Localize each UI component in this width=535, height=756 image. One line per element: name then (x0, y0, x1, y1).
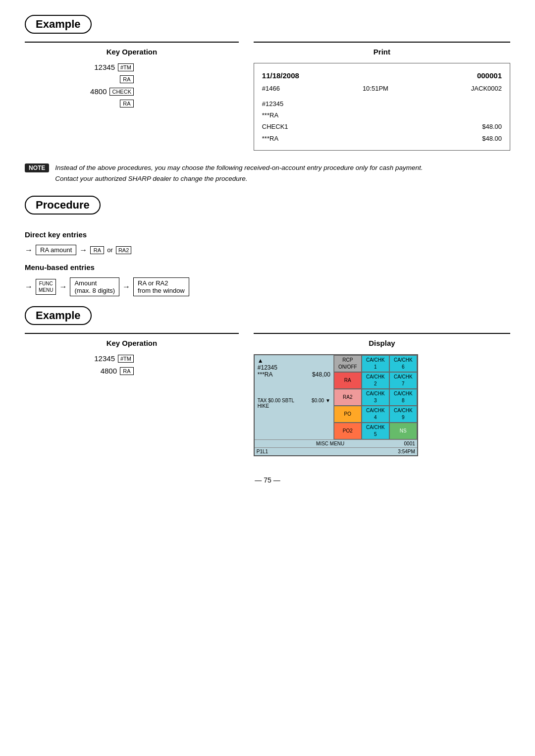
display-panel: ▲ #12345 ***RA $48,00 TAX $0.00 SBTL $0.… (254, 354, 418, 456)
amount-box: Amount(max. 8 digits) (70, 277, 119, 296)
key-op-row-4: RA (25, 100, 134, 108)
receipt-line1: #12345 (262, 98, 502, 109)
display-line2: #12345 (258, 364, 330, 371)
key-box2-ra: RA (120, 367, 134, 375)
receipt-header: 11/18/2008 000001 (262, 69, 502, 82)
key-op2-label: Key Operation (25, 339, 239, 347)
display-cell-ca2: CA/CHK2 (362, 372, 389, 389)
flow-arrow-1: → (25, 246, 33, 255)
receipt-cashier: JACK0002 (471, 83, 502, 94)
note-text-2: Contact your authorized SHARP dealer to … (55, 173, 423, 184)
display-time: 3:54PM (398, 449, 415, 454)
display-tax-line: TAX $0.00 SBTL $0.00 ▼ (258, 398, 330, 403)
display-left: ▲ #12345 ***RA $48,00 TAX $0.00 SBTL $0.… (255, 355, 334, 439)
key-box2-tm: #TM (118, 355, 134, 363)
display-cell-ca5: CA/CHK5 (362, 423, 389, 439)
example2-header: Example (25, 306, 92, 325)
func-menu-key: FUNCMENU (36, 279, 56, 295)
display-bottom-bar: P1L1 3:54PM (255, 447, 417, 455)
key-op-num-1: 12345 (94, 63, 115, 71)
print-receipt: 11/18/2008 000001 #1466 10:51PM JACK0002… (254, 63, 510, 151)
display-label: Display (254, 339, 510, 347)
print-col: Print 11/18/2008 000001 #1466 10:51PM JA… (254, 42, 510, 151)
display-status-bar: MISC MENU 0001 (255, 439, 417, 447)
display-cell-ca6: CA/CHK6 (389, 355, 417, 372)
menu-flow: → FUNCMENU → Amount(max. 8 digits) → RA … (25, 277, 510, 296)
display-cell-ca8: CA/CHK8 (389, 389, 417, 406)
key-box-ra2: RA (120, 100, 134, 108)
note-badge: NOTE (25, 163, 49, 172)
display-cell-ra2: RA2 (334, 389, 362, 406)
display-cell-ca1: CA/CHK1 (362, 355, 389, 372)
receipt-line2: ***RA (262, 109, 502, 121)
menu-arrow-2: → (59, 282, 67, 291)
display-cell-ca9: CA/CHK9 (389, 406, 417, 423)
display-cell-ca3: CA/CHK3 (362, 389, 389, 406)
ra-amount-box: RA amount (36, 245, 76, 255)
key-op2-col: Key Operation 12345 #TM 4800 RA (25, 333, 239, 456)
direct-flow: → RA amount → RA or RA2 (25, 245, 510, 255)
display-cell-po2: PO2 (334, 423, 362, 439)
ra-window-box: RA or RA2from the window (133, 277, 189, 296)
key-box-check: CHECK (109, 88, 134, 96)
receipt-ref: #1466 (262, 83, 280, 94)
display-cell-po: PO (334, 406, 362, 423)
receipt-date: 11/18/2008 (262, 69, 299, 82)
display-p1l1: P1L1 (257, 449, 268, 454)
display-inner: ▲ #12345 ***RA $48,00 TAX $0.00 SBTL $0.… (255, 355, 417, 439)
key-op2-row-1: 12345 #TM (25, 354, 134, 363)
display-cell-ca7: CA/CHK7 (389, 372, 417, 389)
receipt-line3: CHECK1 $48.00 (262, 121, 502, 132)
display-spacer (258, 378, 330, 398)
example1-section: Example Key Operation 12345 #TM RA 4800 … (25, 15, 510, 151)
key-op2-num-2: 4800 (101, 367, 117, 375)
key-op2-num-1: 12345 (94, 354, 115, 363)
note-text-1: Instead of the above procedures, you may… (55, 162, 423, 173)
display-hike: HIKE (258, 403, 330, 409)
display-status3: 0001 (404, 441, 415, 446)
display-cell-ca4: CA/CHK4 (362, 406, 389, 423)
example2-section: Example Key Operation 12345 #TM 4800 RA … (25, 306, 510, 456)
receipt-items: #12345 ***RA CHECK1 $48.00 ***RA $48.00 (262, 98, 502, 145)
flow-or: or (107, 246, 113, 254)
receipt-sub: #1466 10:51PM JACK0002 (262, 83, 502, 94)
key-box-tm: #TM (118, 63, 134, 71)
display-cell-ns: NS (389, 423, 417, 439)
menu-arrow-1: → (25, 282, 33, 291)
menu-heading: Menu-based entries (25, 263, 510, 271)
key-op-row-2: RA (25, 75, 134, 83)
page-number: — 75 — (25, 476, 510, 484)
key-op2-row-2: 4800 RA (25, 367, 134, 375)
flow-arrow-2: → (79, 246, 87, 255)
receipt-time: 10:51PM (363, 83, 388, 94)
display-cell-rcp: RCPON/OFF (334, 355, 362, 372)
display-line1: ▲ (258, 357, 330, 364)
note-section: NOTE Instead of the above procedures, yo… (25, 162, 510, 184)
display-ra-line: ***RA $48,00 (258, 371, 330, 378)
example1-header: Example (25, 15, 92, 34)
key-box-ra-flow: RA (90, 246, 104, 254)
key-op-num-2: 4800 (90, 87, 107, 96)
direct-heading: Direct key entries (25, 230, 510, 239)
receipt-id: 000001 (477, 69, 502, 82)
key-box-ra1: RA (120, 75, 134, 83)
key-box-ra2-flow: RA2 (116, 246, 131, 254)
key-op-label: Key Operation (25, 48, 239, 56)
receipt-line4: ***RA $48.00 (262, 133, 502, 144)
display-cell-ra: RA (334, 372, 362, 389)
print-label: Print (254, 48, 510, 56)
menu-arrow-3: → (122, 282, 130, 291)
display-col: Display ▲ #12345 ***RA $48,00 TAX $0.00 … (254, 333, 510, 456)
procedure-section: Procedure Direct key entries → RA amount… (25, 196, 510, 296)
key-operation-col: Key Operation 12345 #TM RA 4800 CHECK (25, 42, 239, 151)
display-grid: RCPON/OFF CA/CHK1 CA/CHK6 RA CA/CHK2 CA/… (334, 355, 417, 439)
note-text: Instead of the above procedures, you may… (55, 162, 423, 184)
key-op-row-3: 4800 CHECK (25, 87, 134, 96)
key-op-row-1: 12345 #TM (25, 63, 134, 71)
procedure-header: Procedure (25, 196, 101, 215)
display-status-misc: MISC MENU (316, 441, 344, 446)
